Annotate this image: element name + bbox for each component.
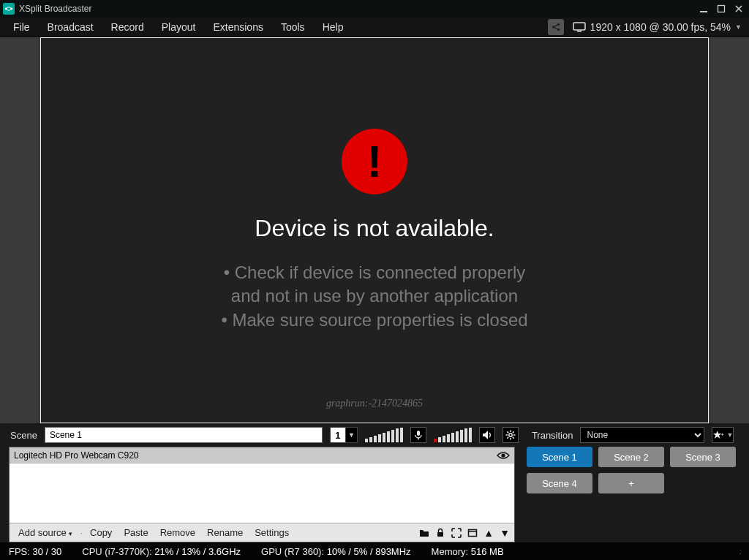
error-icon: ! [342,129,407,194]
menu-broadcast[interactable]: Broadcast [39,18,102,36]
svg-line-18 [513,437,514,439]
move-down-icon[interactable]: ▼ [500,527,510,539]
sources-list[interactable]: Logitech HD Pro Webcam C920 [10,447,514,523]
window-icon[interactable] [467,528,478,538]
paste-button[interactable]: Paste [119,526,152,540]
close-button[interactable] [731,1,746,16]
gpu-label: GPU (R7 360): [261,546,324,557]
svg-line-19 [513,431,514,433]
svg-rect-8 [577,31,581,32]
dropdown-caret-icon: ▼ [735,23,742,31]
source-settings-button[interactable]: Settings [250,526,293,540]
memory-value: 516 MB [471,546,504,557]
source-label: Logitech HD Pro Webcam C920 [14,450,139,461]
svg-point-23 [501,453,505,457]
svg-line-20 [507,437,508,439]
scene-button[interactable]: Scene 3 [670,447,736,467]
preview-mode-value: 1 [330,427,346,443]
preview-canvas[interactable]: ! Device is not available. • Check if de… [40,37,709,423]
speaker-meter[interactable] [365,428,403,442]
scenes-panel: Scene 1Scene 2Scene 3Scene 4+ [527,447,743,542]
output-resolution-text: 1920 x 1080 @ 30.00 fps, 54% [590,21,731,33]
scene-name-input[interactable] [45,427,323,443]
visibility-eye-icon[interactable] [497,451,510,460]
resize-grip-icon[interactable]: .: [739,548,740,556]
app-icon [3,3,15,15]
copy-button[interactable]: Copy [86,526,116,540]
microphone-meter[interactable] [434,428,472,442]
svg-rect-3 [718,5,725,12]
chevron-down-icon[interactable]: ▼ [346,427,358,443]
error-hints: • Check if device is connected properly … [221,261,527,332]
stinger-favorite-button[interactable]: + ▼ [712,427,734,443]
svg-text:+: + [721,431,725,438]
scene-button[interactable]: Scene 2 [598,447,664,467]
stage-gutter-left [0,37,40,423]
gpu-value: 10% / 5% / 893MHz [327,546,411,557]
error-hint-line: • Make sure source properties is closed [221,309,527,332]
fps-value: 30 / 30 [33,546,62,557]
cpu-value: 21% / 13% / 3.6GHz [154,546,241,557]
output-resolution-button[interactable]: 1920 x 1080 @ 30.00 fps, 54% ▼ [573,21,745,33]
stage-gutter-right [709,37,749,423]
svg-rect-7 [573,23,585,30]
fps-label: FPS: [9,546,30,557]
rename-button[interactable]: Rename [203,526,247,540]
move-up-icon[interactable]: ▲ [483,527,494,539]
scene-label: Scene [10,430,37,441]
audio-settings-button[interactable] [503,427,519,443]
speaker-button[interactable] [479,427,495,443]
minimize-button[interactable] [696,1,711,16]
scene-button[interactable]: Scene 1 [527,447,592,467]
maximize-button[interactable] [714,1,729,16]
error-hint-line: and not in use by another application [221,284,527,308]
svg-rect-2 [700,11,707,12]
svg-line-17 [507,431,508,433]
add-scene-button[interactable]: + [598,473,664,493]
add-source-button[interactable]: Add source ▾ [14,526,77,540]
menu-help[interactable]: Help [314,18,353,36]
transition-select[interactable]: None [580,427,704,443]
svg-rect-9 [417,431,420,436]
monitor-icon [573,22,586,32]
graphrun-text: graphrun:-2147024865 [326,398,423,409]
scene-button[interactable]: Scene 4 [527,473,592,493]
error-hint-line: • Check if device is connected properly [221,261,527,284]
svg-marker-11 [483,431,488,439]
svg-rect-24 [437,532,443,537]
lock-icon[interactable] [435,528,445,538]
svg-point-12 [509,434,512,436]
expand-icon[interactable] [451,528,462,538]
remove-button[interactable]: Remove [156,526,200,540]
transition-label: Transition [532,430,573,441]
svg-rect-25 [469,529,477,536]
menu-playout[interactable]: Playout [153,18,205,36]
share-icon[interactable] [548,19,564,35]
menu-tools[interactable]: Tools [272,18,314,36]
preview-mode-button[interactable]: 1 ▼ [330,427,358,443]
memory-label: Memory: [432,546,469,557]
menu-record[interactable]: Record [102,18,153,36]
menu-extensions[interactable]: Extensions [204,18,271,36]
app-title: XSplit Broadcaster [19,4,91,14]
menu-file[interactable]: File [4,18,39,36]
microphone-button[interactable] [410,427,426,443]
folder-icon[interactable] [419,528,429,538]
source-row[interactable]: Logitech HD Pro Webcam C920 [10,447,514,463]
error-title: Device is not available. [255,215,494,242]
cpu-label: CPU (i7-3770K): [82,546,151,557]
